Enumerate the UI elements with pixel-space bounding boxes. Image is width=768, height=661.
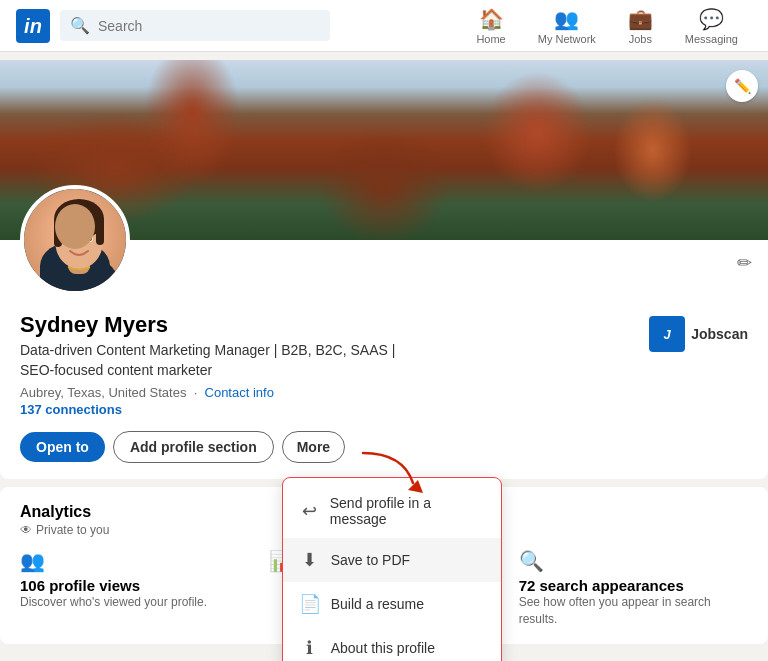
open-to-button[interactable]: Open to — [20, 432, 105, 462]
banner-edit-icon: ✏️ — [734, 78, 751, 94]
analytics-search-appearances: 🔍 72 search appearances See how often yo… — [519, 549, 748, 628]
profile-info-area: ✏ Sydney Myers Data-driven Content Marke… — [0, 240, 768, 479]
analytics-profile-views: 👥 106 profile views Discover who's viewe… — [20, 549, 249, 628]
search-input[interactable] — [98, 18, 320, 34]
jobs-icon: 💼 — [628, 7, 653, 31]
nav-my-network[interactable]: 👥 My Network — [524, 3, 610, 49]
search-box[interactable]: 🔍 — [60, 10, 330, 41]
company-name: Jobscan — [691, 326, 748, 342]
more-dropdown-menu: ↩ Send profile in a message ⬇ Save to PD… — [282, 477, 502, 661]
profile-wrapper: ✏️ — [0, 60, 768, 644]
profile-views-count: 106 profile views — [20, 577, 249, 594]
add-profile-section-button[interactable]: Add profile section — [113, 431, 274, 463]
profile-name: Sydney Myers — [20, 312, 400, 338]
company-logo: J — [649, 316, 685, 352]
search-appearances-icon: 🔍 — [519, 549, 544, 573]
linkedin-logo[interactable]: in — [16, 9, 50, 43]
dropdown-save-pdf[interactable]: ⬇ Save to PDF — [283, 538, 501, 582]
nav-messaging[interactable]: 💬 Messaging — [671, 3, 752, 49]
main-content: ✏️ — [0, 52, 768, 652]
search-icon: 🔍 — [70, 16, 90, 35]
contact-info-link[interactable]: Contact info — [205, 385, 274, 400]
private-eye-icon: 👁 — [20, 523, 32, 537]
svg-point-9 — [88, 237, 92, 241]
resume-icon: 📄 — [299, 593, 321, 615]
more-button-container: More ↩ Send profile in a message — [282, 431, 345, 463]
dropdown-build-resume[interactable]: 📄 Build a resume — [283, 582, 501, 626]
profile-views-desc: Discover who's viewed your profile. — [20, 594, 249, 611]
search-appearances-count: 72 search appearances — [519, 577, 748, 594]
dropdown-about-profile[interactable]: ℹ About this profile — [283, 626, 501, 661]
home-icon: 🏠 — [479, 7, 504, 31]
messaging-icon: 💬 — [699, 7, 724, 31]
nav-items: 🏠 Home 👥 My Network 💼 Jobs 💬 Messaging — [462, 3, 752, 49]
profile-title: Data-driven Content Marketing Manager | … — [20, 341, 400, 380]
profile-edit-button[interactable]: ✏ — [737, 252, 752, 274]
info-icon: ℹ — [299, 637, 321, 659]
download-icon: ⬇ — [299, 549, 321, 571]
send-icon: ↩ — [299, 500, 320, 522]
svg-rect-4 — [54, 217, 62, 247]
svg-point-6 — [65, 236, 73, 242]
banner-edit-button[interactable]: ✏️ — [726, 70, 758, 102]
company-badge: J Jobscan — [649, 316, 748, 352]
search-appearances-desc: See how often you appear in search resul… — [519, 594, 748, 628]
navbar: in 🔍 🏠 Home 👥 My Network 💼 Jobs 💬 Messag… — [0, 0, 768, 52]
profile-card: ✏️ — [0, 60, 768, 479]
profile-location: Aubrey, Texas, United States · Contact i… — [20, 385, 400, 400]
connections-count[interactable]: 137 connections — [20, 402, 400, 417]
nav-jobs[interactable]: 💼 Jobs — [614, 3, 667, 49]
network-icon: 👥 — [554, 7, 579, 31]
profile-views-icon: 👥 — [20, 549, 45, 573]
profile-main-info: Sydney Myers Data-driven Content Marketi… — [20, 312, 400, 417]
avatar-image — [24, 189, 126, 291]
profile-edit-icon: ✏ — [737, 253, 752, 273]
action-buttons: Open to Add profile section More — [20, 431, 748, 463]
svg-rect-5 — [96, 217, 104, 245]
profile-header: Sydney Myers Data-driven Content Marketi… — [20, 252, 748, 417]
avatar — [20, 185, 130, 295]
dropdown-send-profile[interactable]: ↩ Send profile in a message — [283, 484, 501, 538]
more-button[interactable]: More — [282, 431, 345, 463]
nav-home[interactable]: 🏠 Home — [462, 3, 519, 49]
svg-point-8 — [68, 237, 72, 241]
